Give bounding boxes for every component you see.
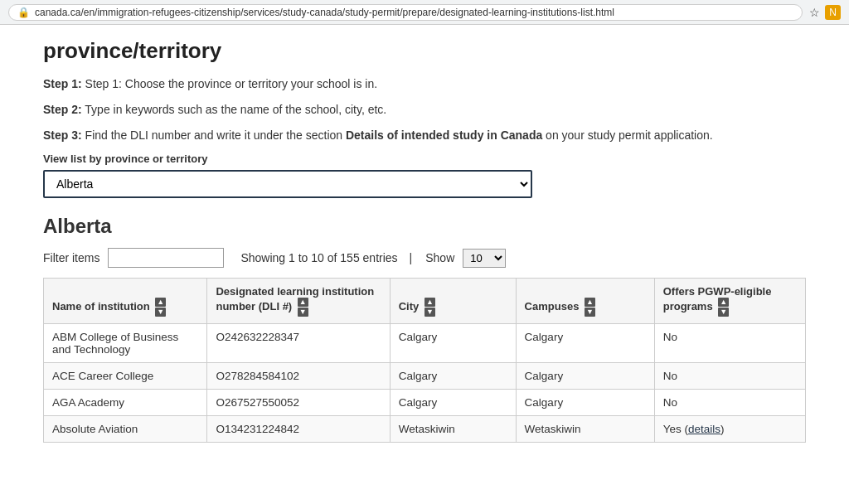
cell-pgwp: No — [654, 324, 805, 363]
region-title: Alberta — [43, 215, 806, 238]
cell-campus: Calgary — [516, 324, 654, 363]
sort-city[interactable]: ▲ ▼ — [424, 298, 435, 317]
browser-bar: 🔒 canada.ca/en/immigration-refugees-citi… — [0, 0, 849, 25]
institutions-table: Name of institution ▲ ▼ Designated learn… — [43, 278, 806, 443]
sort-up-icon[interactable]: ▲ — [424, 298, 435, 307]
cell-dli: O134231224842 — [207, 416, 390, 443]
th-name: Name of institution ▲ ▼ — [44, 279, 207, 324]
sort-up-icon[interactable]: ▲ — [298, 298, 308, 307]
sort-down-icon[interactable]: ▼ — [585, 308, 595, 317]
page-content: province/territory Step 1: Step 1: Choos… — [27, 25, 822, 456]
sort-dli[interactable]: ▲ ▼ — [298, 298, 308, 317]
cell-pgwp: No — [654, 390, 805, 416]
details-link[interactable]: details — [688, 423, 720, 435]
cell-city: Calgary — [390, 390, 516, 416]
sort-up-icon[interactable]: ▲ — [155, 298, 166, 307]
cell-campus: Calgary — [516, 363, 654, 390]
cell-name: AGA Academy — [44, 390, 207, 416]
th-city: City ▲ ▼ — [390, 279, 516, 324]
cell-dli: O278284584102 — [207, 363, 390, 390]
showing-text: Showing 1 to 10 of 155 entries — [240, 251, 397, 264]
table-row: AGA AcademyO267527550052CalgaryCalgaryNo — [44, 390, 806, 416]
cell-city: Wetaskiwin — [390, 416, 516, 443]
bookmark-icon: ☆ — [809, 6, 820, 19]
show-select[interactable]: 10 25 50 100 — [463, 249, 506, 268]
sort-down-icon[interactable]: ▼ — [155, 308, 166, 317]
cell-dli: O242632228347 — [207, 324, 390, 363]
th-campus: Campuses ▲ ▼ — [516, 279, 654, 324]
cell-name: ABM College of Business and Technology — [44, 324, 207, 363]
page-title: province/territory — [43, 38, 806, 64]
url-text: canada.ca/en/immigration-refugees-citize… — [35, 7, 614, 18]
cell-city: Calgary — [390, 324, 516, 363]
step3-text: Step 3: Find the DLI number and write it… — [43, 127, 806, 144]
lock-icon: 🔒 — [17, 7, 30, 18]
step1-text: Step 1: Step 1: Choose the province or t… — [43, 75, 806, 93]
sort-up-icon[interactable]: ▲ — [718, 298, 729, 307]
province-selector-section: View list by province or territory Alber… — [43, 153, 806, 198]
sort-down-icon[interactable]: ▼ — [298, 308, 308, 317]
cell-name: Absolute Aviation — [44, 416, 207, 443]
sort-down-icon[interactable]: ▼ — [718, 308, 729, 317]
cell-city: Calgary — [390, 363, 516, 390]
filter-label: Filter items — [43, 251, 99, 264]
th-pgwp: Offers PGWP-eligible programs ▲ ▼ — [654, 279, 805, 324]
cell-campus: Calgary — [516, 390, 654, 416]
steps-section: Step 1: Step 1: Choose the province or t… — [43, 75, 806, 144]
province-select[interactable]: Alberta British Columbia Manitoba New Br… — [43, 170, 532, 198]
cell-pgwp: No — [654, 363, 805, 390]
sort-up-icon[interactable]: ▲ — [585, 298, 595, 307]
filter-row: Filter items Showing 1 to 10 of 155 entr… — [43, 248, 806, 268]
table-row: Absolute AviationO134231224842Wetaskiwin… — [44, 416, 806, 443]
extension-icon: N — [825, 5, 841, 20]
province-label: View list by province or territory — [43, 153, 806, 165]
table-row: ACE Career CollegeO278284584102CalgaryCa… — [44, 363, 806, 390]
sort-campus[interactable]: ▲ ▼ — [585, 298, 595, 317]
sort-pgwp[interactable]: ▲ ▼ — [718, 298, 729, 317]
step2-text: Step 2: Type in keywords such as the nam… — [43, 101, 806, 119]
url-bar: 🔒 canada.ca/en/immigration-refugees-citi… — [8, 4, 803, 21]
table-row: ABM College of Business and TechnologyO2… — [44, 324, 806, 363]
sort-name[interactable]: ▲ ▼ — [155, 298, 166, 317]
show-label: Show — [425, 251, 454, 264]
cell-pgwp: Yes (details) — [654, 416, 805, 443]
cell-campus: Wetaskiwin — [516, 416, 654, 443]
sort-down-icon[interactable]: ▼ — [424, 308, 435, 317]
cell-name: ACE Career College — [44, 363, 207, 390]
filter-input[interactable] — [108, 248, 224, 268]
browser-icons: ☆ N — [809, 5, 841, 20]
th-dli: Designated learning institution number (… — [207, 279, 390, 324]
cell-dli: O267527550052 — [207, 390, 390, 416]
